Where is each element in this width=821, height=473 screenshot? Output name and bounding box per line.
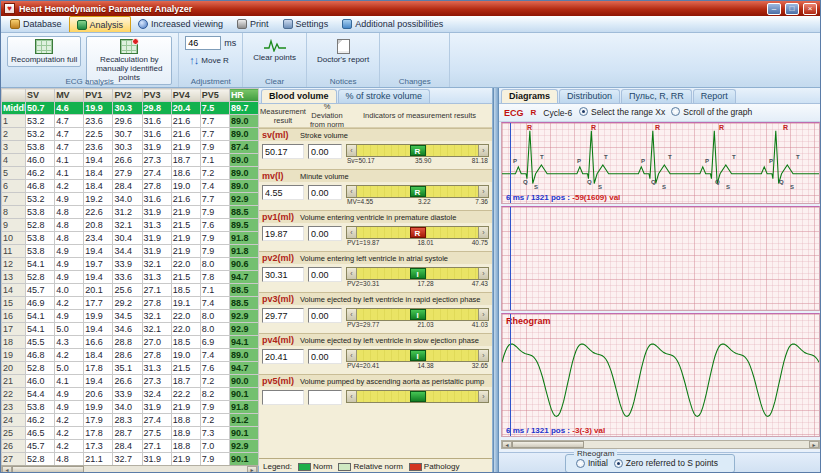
menu-tab-print[interactable]: Print bbox=[230, 16, 276, 32]
gauge-right-cap-icon[interactable]: › bbox=[478, 268, 488, 279]
radio-initial[interactable]: Initial bbox=[576, 458, 608, 468]
ecg-chart[interactable]: PQRSTPQRSTPQRSTPQRSTPQRST 6 ms / 1321 po… bbox=[501, 122, 820, 204]
param-sv-ml-label: sv(ml) bbox=[262, 130, 295, 140]
gauge-right-cap-icon[interactable]: › bbox=[478, 309, 488, 320]
ecg-wave-label-s: S bbox=[662, 184, 666, 190]
gauge-left-cap-icon[interactable]: ‹ bbox=[347, 186, 357, 197]
pv3-ml-value-input[interactable] bbox=[262, 308, 304, 323]
table-row[interactable]: 952.84.820.832.131.321.57.689.5 bbox=[2, 219, 259, 232]
table-row[interactable]: 1352.84.919.433.631.321.57.894.7 bbox=[2, 271, 259, 284]
table-row[interactable]: 2645.74.217.328.427.118.87.092.9 bbox=[2, 440, 259, 453]
gauge-left-cap-icon[interactable]: ‹ bbox=[347, 391, 357, 402]
tab-distribution[interactable]: Distribution bbox=[559, 89, 620, 103]
close-button[interactable]: × bbox=[803, 3, 817, 15]
sv-ml-deviation-input[interactable] bbox=[308, 144, 342, 159]
tab-diagrams[interactable]: Diagrams bbox=[501, 89, 558, 103]
table-row[interactable]: 1754.15.019.434.632.122.08.092.9 bbox=[2, 323, 259, 336]
menu-tab-database[interactable]: Database bbox=[3, 16, 69, 32]
table-row[interactable]: 646.84.218.428.427.819.07.489.0 bbox=[2, 180, 259, 193]
pv2-ml-deviation-input[interactable] bbox=[308, 267, 342, 282]
move-ms-input[interactable] bbox=[185, 36, 221, 50]
scroll-thumb[interactable] bbox=[512, 441, 584, 448]
gauge-left-cap-icon[interactable]: ‹ bbox=[347, 350, 357, 361]
value-cell: 21.9 bbox=[171, 453, 200, 466]
scroll-right-icon[interactable]: ► bbox=[809, 441, 819, 448]
table-row[interactable]: 353.84.723.630.331.921.97.987.4 bbox=[2, 141, 259, 154]
pv5-ml-value-input[interactable] bbox=[262, 390, 304, 405]
table-row[interactable]: 1946.84.218.428.627.819.07.489.0 bbox=[2, 349, 259, 362]
pv2-ml-value-input[interactable] bbox=[262, 267, 304, 282]
scroll-left-icon[interactable]: ◄ bbox=[502, 441, 512, 448]
maximize-button[interactable]: □ bbox=[785, 3, 799, 15]
table-row[interactable]: 2254.44.920.633.932.422.28.290.1 bbox=[2, 388, 259, 401]
gauge-left-cap-icon[interactable]: ‹ bbox=[347, 227, 357, 238]
gauge-left-cap-icon[interactable]: ‹ bbox=[347, 145, 357, 156]
scroll-right-icon[interactable]: ► bbox=[247, 466, 257, 473]
table-row[interactable]: 1254.14.919.733.932.122.08.090.6 bbox=[2, 258, 259, 271]
table-row[interactable]: 2052.85.017.835.131.321.57.694.7 bbox=[2, 362, 259, 375]
diagrams-horizontal-scrollbar[interactable]: ◄ ► bbox=[501, 440, 820, 449]
rheogram-chart[interactable]: Rheogram 6 ms / 1321 pos : -3(-3) val bbox=[501, 313, 820, 437]
table-horizontal-scrollbar[interactable]: ◄ ► bbox=[1, 465, 258, 473]
pv4-ml-value-input[interactable] bbox=[262, 349, 304, 364]
table-row[interactable]: 153.24.723.629.631.621.67.789.0 bbox=[2, 115, 259, 128]
table-row[interactable]: 1445.74.020.125.627.118.57.188.5 bbox=[2, 284, 259, 297]
tab-пульс-r-rr[interactable]: Пульс, R, RR bbox=[621, 89, 692, 103]
table-row[interactable]: 1546.94.217.729.227.819.17.488.5 bbox=[2, 297, 259, 310]
menu-tab-analysis[interactable]: Analysis bbox=[69, 16, 132, 32]
table-row[interactable]: 1053.84.823.430.431.921.97.991.8 bbox=[2, 232, 259, 245]
table-row[interactable]: 546.24.118.427.927.418.67.289.0 bbox=[2, 167, 259, 180]
radio-zero-referred-to-s-points[interactable]: Zero referred to S points bbox=[614, 458, 718, 468]
tab-of-stroke-volume[interactable]: % of stroke volume bbox=[338, 89, 431, 103]
menu-tab-increased-viewing[interactable]: Increased viewing bbox=[131, 16, 230, 32]
minimize-button[interactable]: – bbox=[767, 3, 781, 15]
gauge-right-cap-icon[interactable]: › bbox=[478, 350, 488, 361]
ecg-cursor-line[interactable] bbox=[510, 123, 511, 203]
gauge-right-cap-icon[interactable]: › bbox=[478, 145, 488, 156]
table-row[interactable]: 253.24.722.530.731.621.67.789.0 bbox=[2, 128, 259, 141]
table-row[interactable]: 2353.84.919.934.031.921.97.991.8 bbox=[2, 401, 259, 414]
scroll-track[interactable] bbox=[84, 466, 247, 473]
pv1-ml-deviation-input[interactable] bbox=[308, 226, 342, 241]
pv4-ml-deviation-input[interactable] bbox=[308, 349, 342, 364]
gauge-right-cap-icon[interactable]: › bbox=[478, 391, 488, 402]
table-row[interactable]: 2146.04.119.426.627.318.77.290.0 bbox=[2, 375, 259, 388]
gauge-right-cap-icon[interactable]: › bbox=[478, 186, 488, 197]
rheogram-cursor-line[interactable] bbox=[510, 314, 511, 436]
table-row[interactable]: 1845.54.316.628.827.018.56.994.1 bbox=[2, 336, 259, 349]
doctors-report-button[interactable]: Doctor's report bbox=[313, 36, 373, 67]
tab-blood-volume[interactable]: Blood volume bbox=[261, 89, 337, 103]
table-row[interactable]: 446.04.119.426.627.318.77.189.0 bbox=[2, 154, 259, 167]
table-row[interactable]: 2446.24.217.928.327.418.87.291.2 bbox=[2, 414, 259, 427]
value-cell: 7.6 bbox=[200, 362, 229, 375]
mv-l-deviation-input[interactable] bbox=[308, 185, 342, 200]
table-row[interactable]: 753.24.919.234.031.621.67.792.9 bbox=[2, 193, 259, 206]
table-row[interactable]: 853.84.822.631.231.921.97.988.5 bbox=[2, 206, 259, 219]
scroll-track[interactable] bbox=[584, 441, 809, 448]
mv-l-value-input[interactable] bbox=[262, 185, 304, 200]
pv5-ml-deviation-input[interactable] bbox=[308, 390, 342, 405]
gauge-left-cap-icon[interactable]: ‹ bbox=[347, 268, 357, 279]
radio-scroll-of-the-graph[interactable]: Scroll of the graph bbox=[671, 107, 752, 117]
gauge-left-cap-icon[interactable]: ‹ bbox=[347, 309, 357, 320]
table-row[interactable]: 2546.54.217.828.727.518.97.390.1 bbox=[2, 427, 259, 440]
clear-points-button[interactable]: Clear points bbox=[249, 36, 300, 65]
sv-ml-value-input[interactable] bbox=[262, 144, 304, 159]
pv3-ml-deviation-input[interactable] bbox=[308, 308, 342, 323]
table-row[interactable]: 1654.14.919.934.532.122.08.092.9 bbox=[2, 310, 259, 323]
tab-report[interactable]: Report bbox=[693, 89, 736, 103]
pv1-ml-value-input[interactable] bbox=[262, 226, 304, 241]
radio-select-the-range-xx[interactable]: Select the range Xx bbox=[579, 107, 665, 117]
menu-tab-settings[interactable]: Settings bbox=[276, 16, 336, 32]
move-r-button[interactable]: ↑↓ Move R bbox=[185, 53, 233, 68]
menu-tab-additional-possibilities[interactable]: Additional possibilities bbox=[335, 16, 450, 32]
table-row[interactable]: 2752.84.821.132.731.921.97.990.1 bbox=[2, 453, 259, 466]
table-row-middle[interactable]: Middle.50.74.619.930.329.820.47.589.7 bbox=[2, 102, 259, 115]
scroll-thumb[interactable] bbox=[12, 466, 84, 473]
recomputation-full-button[interactable]: Recomputation full bbox=[7, 36, 81, 67]
gauge-right-cap-icon[interactable]: › bbox=[478, 227, 488, 238]
table-row[interactable]: 1153.84.919.434.431.921.97.991.8 bbox=[2, 245, 259, 258]
scroll-left-icon[interactable]: ◄ bbox=[2, 466, 12, 473]
secondary-cursor-line[interactable] bbox=[510, 207, 511, 310]
secondary-chart[interactable] bbox=[501, 206, 820, 311]
